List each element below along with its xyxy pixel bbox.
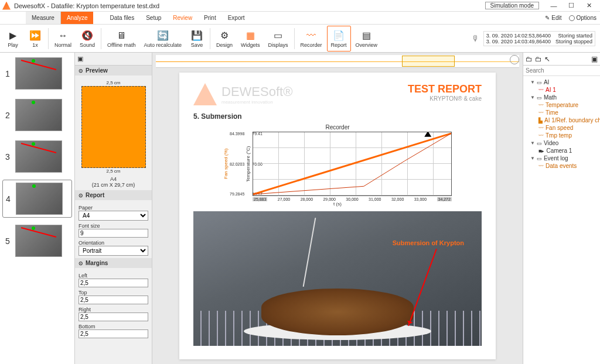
window-title: DewesoftX - Datafile: Krypton temperatur…: [14, 2, 485, 9]
tree-node-video[interactable]: ▼▭Video: [524, 139, 599, 147]
design-button[interactable]: ⚙Design: [213, 26, 236, 51]
margin-right-input[interactable]: [79, 313, 148, 321]
save-icon: 💾: [191, 29, 203, 42]
toolbar: ▶Play ⏩1x ↔Normal 🔇Sound 🖥Offline math 🔄…: [0, 25, 600, 53]
sound-muted-icon: 🔇: [81, 29, 93, 42]
tab-setup[interactable]: Setup: [140, 12, 167, 24]
margin-top-input[interactable]: [79, 296, 148, 304]
maximize-button[interactable]: ☐: [562, 1, 580, 11]
tree-node-eventlog[interactable]: ▼▭Event log: [524, 154, 599, 162]
tab-print[interactable]: Print: [198, 12, 222, 24]
displays-icon: ▭: [274, 29, 282, 42]
tree-node-ai1[interactable]: 〰AI 1: [524, 86, 599, 94]
report-canvas: DEWESoft® measurement innovation TEST RE…: [152, 53, 523, 364]
recorder-chart: Recorder Fan speed (%) 84.3998 82.0203 7…: [223, 124, 452, 207]
tree-node-tmp-temp[interactable]: 〰Tmp temp: [524, 132, 599, 139]
play-button[interactable]: ▶Play: [2, 26, 23, 51]
auto-recalc-button[interactable]: 🔄Auto recalculate: [140, 26, 185, 51]
chart-plot-area[interactable]: [253, 132, 452, 196]
preview-caption: A4 (21 cm X 29,7 cm): [79, 176, 148, 188]
report-title-block: TEST REPORT KRYPTON® & cake: [408, 83, 482, 102]
widgets-icon: ▦: [246, 29, 255, 42]
panel-collapse-icon[interactable]: ▣: [77, 55, 83, 63]
status-log: 3. 09. 2020 14:02:53,86400Storing starte…: [483, 31, 595, 46]
tree-node-temperature[interactable]: 〰Temperature: [524, 101, 599, 109]
widgets-button[interactable]: ▦Widgets: [237, 26, 264, 51]
tree-tool-pointer-icon[interactable]: ↖: [544, 55, 550, 63]
save-button[interactable]: 💾Save: [186, 26, 207, 51]
search-input[interactable]: [523, 66, 600, 75]
report-photo: Submersion of Krypton: [193, 211, 482, 346]
play-icon: ▶: [9, 29, 16, 42]
gear-icon: [569, 15, 575, 21]
margin-bottom-input[interactable]: [79, 329, 148, 338]
displays-button[interactable]: ▭Displays: [264, 26, 291, 51]
tab-analyze[interactable]: Analyze: [61, 12, 94, 24]
section-title: 5. Submersion: [193, 112, 482, 121]
tree-node-camera1[interactable]: ■▸Camera 1: [524, 147, 599, 154]
report-button[interactable]: 📄Report: [327, 26, 351, 51]
calculator-icon: 🖥: [117, 29, 126, 42]
tab-review[interactable]: Review: [167, 12, 198, 24]
overview-icon: ▤: [362, 29, 371, 42]
design-icon: ⚙: [220, 29, 229, 42]
zoom-icon: ↔: [59, 29, 68, 42]
tab-export[interactable]: Export: [222, 12, 251, 24]
tree-node-ai[interactable]: ▼▭AI: [524, 78, 599, 86]
margins-header[interactable]: Margins: [75, 258, 152, 268]
recorder-button[interactable]: 〰Recorder: [297, 26, 326, 51]
thumbnail-5[interactable]: 5: [2, 222, 72, 259]
tree-node-boundary-check[interactable]: ▙AI 1/Ref. boundary check: [524, 116, 599, 124]
report-logo: DEWESoft® measurement innovation: [193, 83, 292, 105]
paper-select[interactable]: A4: [79, 211, 148, 221]
recorder-icon: 〰: [306, 29, 316, 42]
thumbnail-4[interactable]: 4: [2, 180, 72, 218]
report-settings-header[interactable]: Report: [75, 190, 152, 200]
report-page: DEWESoft® measurement innovation TEST RE…: [179, 73, 496, 359]
page-preview: 2,5 cm 2,5 cm 2,5 cm 2,5 cm: [81, 86, 146, 168]
font-size-input[interactable]: [79, 229, 148, 238]
page-thumbnails: 1 2 3 4 5: [0, 53, 75, 364]
sound-button[interactable]: 🔇Sound: [76, 26, 98, 51]
thumbnail-3[interactable]: 3: [2, 138, 72, 175]
tab-measure[interactable]: Measure: [26, 12, 61, 24]
tree-tool-1-icon[interactable]: 🗀: [526, 55, 533, 63]
pencil-icon: ✎: [545, 15, 550, 21]
thumbnail-2[interactable]: 2: [2, 97, 72, 133]
edit-button[interactable]: ✎Edit: [541, 12, 565, 24]
properties-panel: ▣ Preview 2,5 cm 2,5 cm 2,5 cm 2,5 cm A4…: [75, 53, 152, 364]
indicator-icon: 🎙: [472, 34, 480, 43]
time-strip[interactable]: [156, 55, 519, 68]
tab-datafiles[interactable]: Data files: [104, 12, 140, 24]
simulation-mode-badge: Simulation mode: [485, 2, 539, 9]
tree-tool-2-icon[interactable]: 🗀: [535, 55, 542, 63]
preview-header[interactable]: Preview: [75, 66, 152, 75]
orientation-select[interactable]: Portrait: [79, 246, 148, 256]
overview-button[interactable]: ▤Overview: [352, 26, 381, 51]
svg-marker-0: [424, 132, 431, 137]
tree-node-fan-speed[interactable]: 〰Fan speed: [524, 124, 599, 132]
close-button[interactable]: ✕: [580, 1, 598, 11]
tree-node-data-events[interactable]: 〰Data events: [524, 162, 599, 170]
channel-tree: ▼▭AI 〰AI 1 ▼▭Math 〰Temperature 〰Time ▙AI…: [523, 76, 600, 364]
offline-math-button[interactable]: 🖥Offline math: [104, 26, 139, 51]
refresh-icon: 🔄: [157, 29, 169, 42]
tree-collapse-icon[interactable]: ▣: [591, 55, 598, 63]
speed-button[interactable]: ⏩1x: [25, 26, 46, 51]
margin-left-input[interactable]: [79, 279, 148, 287]
report-icon: 📄: [333, 29, 345, 42]
fastforward-icon: ⏩: [29, 29, 41, 42]
channel-tree-panel: 🗀 🗀 ↖ ▣ 🔍 ▼▭AI 〰AI 1 ▼▭Math 〰Temperature…: [523, 53, 600, 364]
normal-button[interactable]: ↔Normal: [51, 26, 75, 51]
clock-icon[interactable]: [510, 55, 519, 64]
titlebar: DewesoftX - Datafile: Krypton temperatur…: [0, 0, 600, 12]
minimize-button[interactable]: —: [545, 1, 562, 11]
tree-node-time[interactable]: 〰Time: [524, 109, 599, 116]
thumbnail-1[interactable]: 1: [2, 55, 72, 92]
options-button[interactable]: Options: [565, 12, 600, 24]
tree-node-math[interactable]: ▼▭Math: [524, 94, 599, 101]
app-logo: [2, 2, 11, 10]
main-tabs: Measure Analyze Data files Setup Review …: [0, 12, 600, 25]
